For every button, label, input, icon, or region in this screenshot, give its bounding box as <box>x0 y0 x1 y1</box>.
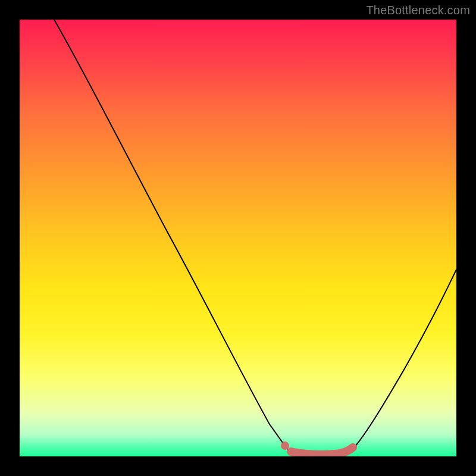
chart-container: { "attribution": "TheBottleneck.com", "c… <box>0 0 476 476</box>
attribution-text: TheBottleneck.com <box>366 4 470 17</box>
right-branch-line <box>352 270 456 450</box>
plot-area <box>20 20 456 456</box>
left-branch-line <box>54 20 290 453</box>
curve-layer <box>20 20 456 456</box>
optimal-range-highlight <box>291 447 353 455</box>
highlight-start-dot <box>281 441 289 450</box>
